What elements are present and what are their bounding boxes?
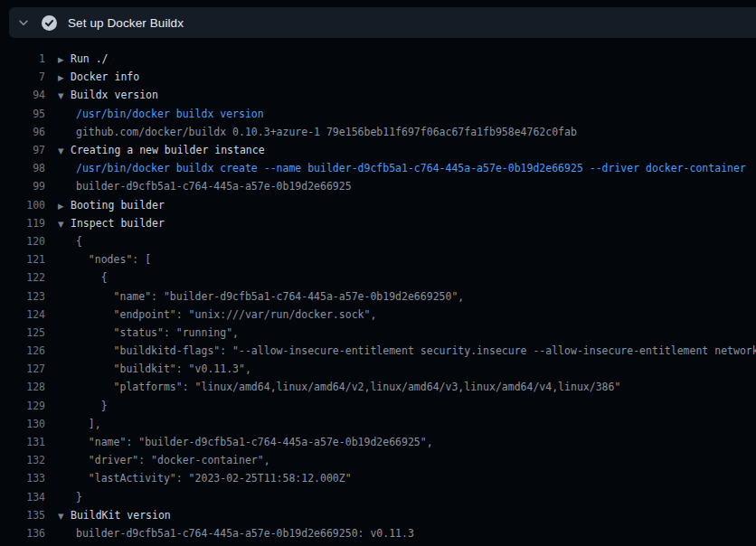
log-line: 129 } — [0, 397, 756, 415]
log-line: 128 "platforms": "linux/amd64,linux/amd6… — [0, 378, 756, 396]
line-number[interactable]: 119 — [0, 217, 45, 230]
log-text: builder-d9cfb5a1-c764-445a-a57e-0b19d2e6… — [58, 180, 352, 193]
log-line: 7 ▶Docker info — [0, 68, 756, 86]
log-text: } — [58, 491, 82, 504]
step-title: Set up Docker Buildx — [68, 16, 184, 30]
log-text: github.com/docker/buildx 0.10.3+azure-1 … — [58, 126, 577, 138]
log-lines: 1 ▶Run ./ 7 ▶Docker info 94 ▼Buildx vers… — [0, 50, 756, 542]
log-line: 121 "nodes": [ — [0, 250, 756, 268]
group-title[interactable]: Booting builder — [71, 199, 165, 212]
line-number[interactable]: 135 — [0, 509, 45, 522]
log-line: 94 ▼Buildx version — [0, 86, 756, 104]
log-text: "buildkitd-flags": "--allow-insecure-ent… — [58, 344, 756, 357]
log-text: "buildkit": "v0.11.3", — [58, 362, 251, 375]
log-text: "driver": "docker-container", — [58, 454, 270, 466]
log-text: ▼Creating a new builder instance — [58, 144, 265, 156]
line-number[interactable]: 129 — [0, 400, 45, 412]
line-number[interactable]: 7 — [0, 71, 45, 83]
log-line: 122 { — [0, 268, 756, 287]
group-expanded-icon[interactable]: ▼ — [58, 91, 71, 100]
line-number[interactable]: 123 — [0, 290, 45, 303]
line-number[interactable]: 100 — [0, 199, 45, 212]
group-title[interactable]: Run ./ — [71, 52, 109, 65]
log-line: 99 builder-d9cfb5a1-c764-445a-a57e-0b19d… — [0, 177, 756, 195]
log-text: "status": "running", — [58, 326, 239, 339]
step-header[interactable]: Set up Docker Buildx — [9, 7, 756, 38]
line-number[interactable]: 120 — [0, 235, 45, 248]
line-number[interactable]: 96 — [0, 126, 45, 138]
log-line: 135 ▼BuildKit version — [0, 506, 756, 524]
log-line: 127 "buildkit": "v0.11.3", — [0, 360, 756, 378]
log-text: /usr/bin/docker buildx version — [58, 108, 264, 120]
line-number[interactable]: 124 — [0, 308, 45, 321]
log-text: builder-d9cfb5a1-c764-445a-a57e-0b19d2e6… — [58, 527, 414, 540]
chevron-down-icon[interactable] — [17, 16, 30, 29]
log-text: "lastActivity": "2023-02-25T11:58:12.000… — [58, 472, 352, 485]
actions-log-viewer: Set up Docker Buildx 1 ▶Run ./ 7 ▶Docker… — [0, 0, 756, 546]
log-line: 119 ▼Inspect builder — [0, 214, 756, 232]
group-expanded-icon[interactable]: ▼ — [58, 220, 71, 229]
line-number[interactable]: 134 — [0, 491, 45, 504]
line-number[interactable]: 122 — [0, 271, 45, 284]
group-title[interactable]: BuildKit version — [71, 509, 171, 522]
line-number[interactable]: 94 — [0, 89, 45, 101]
log-line: 125 "status": "running", — [0, 324, 756, 342]
line-number[interactable]: 1 — [0, 52, 45, 65]
group-title[interactable]: Inspect builder — [71, 217, 165, 230]
check-circle-icon — [42, 15, 57, 31]
log-text: ▼Inspect builder — [58, 217, 165, 230]
group-expanded-icon[interactable]: ▼ — [58, 146, 71, 155]
log-text: "name": "builder-d9cfb5a1-c764-445a-a57e… — [58, 436, 433, 448]
line-number[interactable]: 97 — [0, 144, 45, 156]
log-text: ▶Docker info — [58, 71, 139, 83]
log-text: } — [58, 400, 108, 412]
group-collapsed-icon[interactable]: ▶ — [58, 73, 71, 82]
log-line: 97 ▼Creating a new builder instance — [0, 141, 756, 159]
line-number[interactable]: 130 — [0, 418, 45, 430]
log-line: 132 "driver": "docker-container", — [0, 451, 756, 469]
log-text: "nodes": [ — [58, 253, 151, 266]
line-number[interactable]: 95 — [0, 108, 45, 120]
line-number[interactable]: 136 — [0, 527, 45, 540]
log-line: 95 /usr/bin/docker buildx version — [0, 105, 756, 123]
log-text: { — [58, 235, 82, 248]
log-text: "name": "builder-d9cfb5a1-c764-445a-a57e… — [58, 290, 464, 303]
group-collapsed-icon[interactable]: ▶ — [58, 202, 71, 211]
log-line: 100 ▶Booting builder — [0, 196, 756, 214]
log-line: 96 github.com/docker/buildx 0.10.3+azure… — [0, 123, 756, 141]
line-number[interactable]: 125 — [0, 326, 45, 339]
group-expanded-icon[interactable]: ▼ — [58, 512, 71, 521]
log-text: "endpoint": "unix:///var/run/docker.sock… — [58, 308, 376, 321]
log-line: 136 builder-d9cfb5a1-c764-445a-a57e-0b19… — [0, 524, 756, 542]
line-number[interactable]: 132 — [0, 454, 45, 466]
group-title[interactable]: Creating a new builder instance — [71, 144, 265, 156]
line-number[interactable]: 126 — [0, 344, 45, 357]
line-number[interactable]: 127 — [0, 362, 45, 375]
log-text: ▶Run ./ — [58, 52, 109, 65]
line-number[interactable]: 99 — [0, 180, 45, 193]
log-line: 130 ], — [0, 415, 756, 433]
line-number[interactable]: 133 — [0, 472, 45, 485]
log-text: "platforms": "linux/amd64,linux/amd64/v2… — [58, 381, 620, 393]
log-line: 1 ▶Run ./ — [0, 50, 756, 68]
log-line: 126 "buildkitd-flags": "--allow-insecure… — [0, 342, 756, 360]
log-text: ▼BuildKit version — [58, 509, 171, 522]
line-number[interactable]: 121 — [0, 253, 45, 266]
group-collapsed-icon[interactable]: ▶ — [58, 55, 71, 64]
log-line: 98 /usr/bin/docker buildx create --name … — [0, 159, 756, 177]
line-number[interactable]: 131 — [0, 436, 45, 448]
line-number[interactable]: 128 — [0, 381, 45, 393]
log-text: { — [58, 271, 108, 284]
log-text: ▼Buildx version — [58, 89, 158, 101]
group-title[interactable]: Buildx version — [71, 89, 158, 101]
log-text: ▶Booting builder — [58, 199, 165, 212]
line-number[interactable]: 98 — [0, 162, 45, 174]
group-title[interactable]: Docker info — [71, 71, 139, 83]
step-success-icon — [42, 15, 57, 31]
log-line: 134 } — [0, 488, 756, 506]
log-text: ], — [58, 418, 101, 430]
log-line: 123 "name": "builder-d9cfb5a1-c764-445a-… — [0, 287, 756, 305]
log-line: 131 "name": "builder-d9cfb5a1-c764-445a-… — [0, 433, 756, 451]
log-line: 133 "lastActivity": "2023-02-25T11:58:12… — [0, 469, 756, 487]
log-line: 124 "endpoint": "unix:///var/run/docker.… — [0, 306, 756, 324]
